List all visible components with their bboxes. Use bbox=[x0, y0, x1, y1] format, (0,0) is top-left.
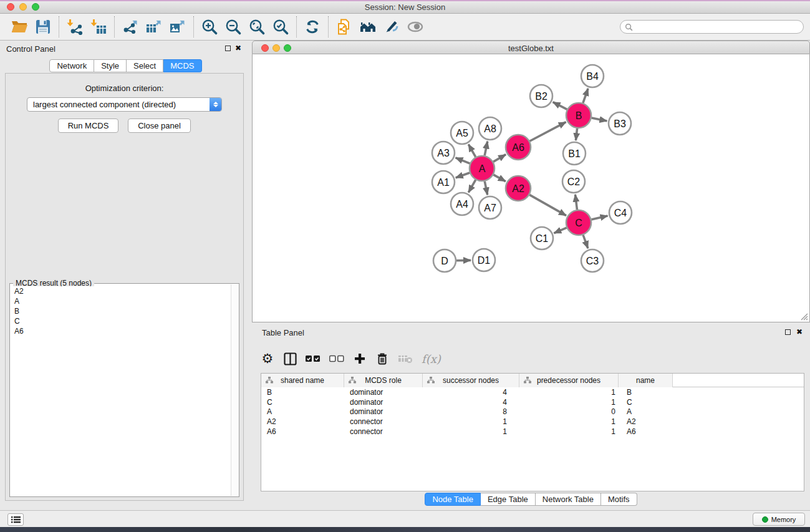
graph-node-B3[interactable]: B3 bbox=[609, 112, 631, 135]
graph-edge-A-A7[interactable] bbox=[485, 181, 488, 195]
column-header-successor-nodes[interactable]: successor nodes bbox=[423, 374, 519, 387]
duplicate-network-button[interactable] bbox=[334, 16, 355, 37]
column-header-name[interactable]: name bbox=[619, 374, 673, 387]
run-mcds-button[interactable]: Run MCDS bbox=[58, 118, 118, 133]
graph-node-D1[interactable]: D1 bbox=[473, 249, 495, 271]
graph-node-A4[interactable]: A4 bbox=[451, 193, 473, 215]
function-builder-button[interactable]: f(x) bbox=[422, 351, 441, 367]
tab-edge-table[interactable]: Edge Table bbox=[481, 493, 536, 506]
graph-node-C[interactable]: C bbox=[566, 210, 591, 235]
delete-button[interactable] bbox=[375, 351, 389, 367]
table-row-a[interactable]: Adominator80A bbox=[261, 407, 804, 417]
graph-edge-C-C1[interactable] bbox=[554, 228, 566, 233]
graph-edge-C-C3[interactable] bbox=[583, 235, 588, 248]
graph-edge-A2-C[interactable] bbox=[529, 195, 566, 215]
tab-network[interactable]: Network bbox=[49, 59, 94, 72]
tab-node-table[interactable]: Node Table bbox=[425, 493, 481, 506]
graph-node-A[interactable]: A bbox=[470, 156, 494, 181]
zoom-in-button[interactable] bbox=[199, 16, 220, 37]
criterion-select[interactable]: largest connected component (directed) bbox=[27, 97, 222, 112]
graph-edge-A-A1[interactable] bbox=[456, 173, 470, 178]
save-session-button[interactable] bbox=[32, 16, 54, 37]
graph-node-C2[interactable]: C2 bbox=[562, 170, 585, 193]
table-row-c[interactable]: Cdominator41C bbox=[261, 397, 804, 407]
mcds-result-item[interactable]: C bbox=[11, 316, 230, 326]
graph-node-A1[interactable]: A1 bbox=[432, 171, 455, 193]
refresh-button[interactable] bbox=[302, 16, 323, 37]
table-row-b[interactable]: Bdominator41B bbox=[261, 387, 804, 397]
select-all-button[interactable] bbox=[306, 351, 321, 367]
graph-node-C4[interactable]: C4 bbox=[609, 201, 632, 224]
graph-node-B4[interactable]: B4 bbox=[581, 65, 604, 87]
graph-node-A8[interactable]: A8 bbox=[479, 117, 501, 140]
close-panel-icon[interactable]: ✖ bbox=[796, 327, 803, 336]
task-history-button[interactable] bbox=[7, 513, 24, 526]
graph-edge-A-A4[interactable] bbox=[468, 180, 475, 192]
graph-node-A3[interactable]: A3 bbox=[432, 142, 455, 164]
graph-node-C1[interactable]: C1 bbox=[531, 227, 553, 249]
deselect-all-button[interactable] bbox=[329, 351, 344, 367]
tab-style[interactable]: Style bbox=[94, 59, 127, 72]
column-header-predecessor-nodes[interactable]: predecessor nodes bbox=[519, 374, 619, 387]
first-neighbors-button[interactable] bbox=[357, 16, 378, 37]
close-panel-button[interactable]: Close panel bbox=[128, 118, 191, 133]
import-network-button[interactable] bbox=[64, 16, 85, 37]
graph-edge-B-B1[interactable] bbox=[576, 128, 577, 140]
graph-edge-A-A6[interactable] bbox=[493, 155, 506, 162]
graph-node-B[interactable]: B bbox=[566, 103, 591, 128]
graph-edge-B-B4[interactable] bbox=[583, 89, 588, 103]
mcds-list-scrollbar[interactable] bbox=[231, 284, 239, 496]
delete-table-button[interactable] bbox=[398, 351, 413, 367]
tab-network-table[interactable]: Network Table bbox=[536, 493, 601, 506]
zoom-fit-button[interactable] bbox=[246, 16, 268, 37]
graph-node-A5[interactable]: A5 bbox=[451, 122, 473, 144]
column-header-mcds-role[interactable]: MCDS role bbox=[344, 374, 423, 387]
table-row-a2[interactable]: A2connector11A2 bbox=[261, 417, 804, 427]
zoom-out-button[interactable] bbox=[223, 16, 244, 37]
table-row-a6[interactable]: A6connector11A6 bbox=[261, 427, 804, 437]
column-header-shared-name[interactable]: shared name bbox=[261, 374, 344, 387]
graph-node-A7[interactable]: A7 bbox=[479, 196, 501, 219]
tab-select[interactable]: Select bbox=[127, 59, 163, 72]
mcds-result-item[interactable]: A2 bbox=[11, 286, 230, 296]
mcds-result-item[interactable]: A bbox=[11, 296, 230, 306]
import-table-button[interactable] bbox=[88, 16, 109, 37]
graph-node-B1[interactable]: B1 bbox=[563, 142, 586, 165]
graph-edge-C-C2[interactable] bbox=[576, 195, 577, 210]
graph-edge-B-B2[interactable] bbox=[553, 102, 567, 110]
search-field[interactable] bbox=[620, 20, 804, 34]
add-column-button[interactable] bbox=[353, 351, 367, 367]
float-panel-icon[interactable] bbox=[225, 46, 231, 51]
graph-edge-A-A3[interactable] bbox=[455, 158, 470, 163]
graph-edge-B-B3[interactable] bbox=[592, 118, 607, 121]
mcds-result-item[interactable]: B bbox=[11, 306, 230, 316]
tab-motifs[interactable]: Motifs bbox=[601, 493, 637, 506]
graph-edge-A6-B[interactable] bbox=[530, 122, 566, 142]
export-table-button[interactable] bbox=[143, 16, 165, 37]
graph-edge-A-A2[interactable] bbox=[493, 175, 505, 181]
graph-edge-C-C4[interactable] bbox=[591, 216, 607, 220]
graph-node-C3[interactable]: C3 bbox=[581, 249, 604, 272]
graph-edge-A-A8[interactable] bbox=[485, 142, 488, 156]
close-panel-icon[interactable]: ✖ bbox=[235, 44, 241, 52]
export-image-button[interactable] bbox=[167, 16, 188, 37]
tab-mcds[interactable]: MCDS bbox=[163, 59, 201, 72]
show-columns-button[interactable] bbox=[283, 351, 297, 367]
graph-edge-A-A5[interactable] bbox=[468, 144, 475, 157]
resize-grip-icon[interactable] bbox=[799, 312, 808, 321]
table-options-button[interactable]: ⚙ bbox=[261, 351, 274, 367]
open-session-button[interactable] bbox=[9, 16, 30, 37]
graph-node-A2[interactable]: A2 bbox=[506, 176, 531, 201]
search-input[interactable] bbox=[633, 21, 803, 32]
mcds-result-item[interactable]: A6 bbox=[11, 326, 230, 336]
graph-node-B2[interactable]: B2 bbox=[530, 85, 552, 107]
graph-node-D[interactable]: D bbox=[433, 249, 456, 272]
graph-node-A6[interactable]: A6 bbox=[506, 135, 531, 160]
export-network-button[interactable] bbox=[120, 16, 141, 37]
memory-status-button[interactable]: Memory bbox=[753, 513, 805, 526]
birdseye-view-button[interactable] bbox=[405, 16, 426, 37]
network-canvas[interactable]: B4B2BB3A8A5A6A3B1AC2A1A2A4A7C4CC1DD1C3 bbox=[252, 54, 810, 322]
show-hide-details-button[interactable] bbox=[381, 16, 402, 37]
float-panel-icon[interactable] bbox=[785, 329, 791, 335]
zoom-selected-button[interactable] bbox=[270, 16, 291, 37]
